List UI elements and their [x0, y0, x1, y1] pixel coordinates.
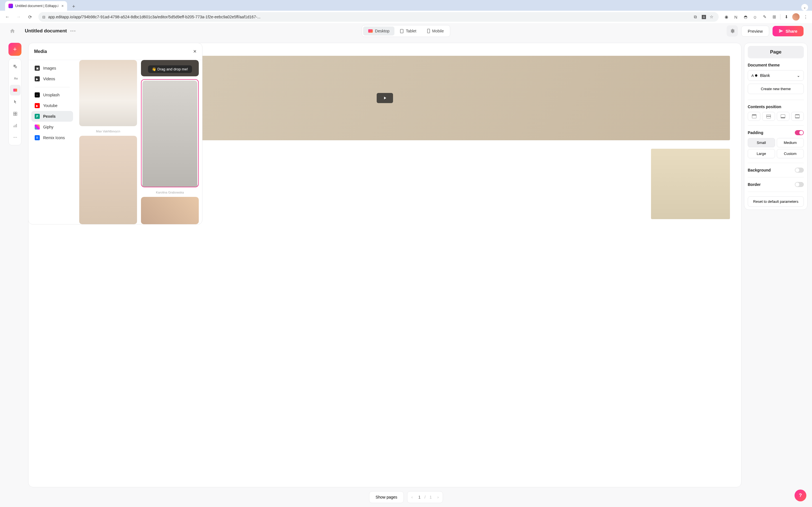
back-button[interactable]: ← — [3, 12, 12, 21]
theme-section-label: Document theme — [748, 63, 804, 67]
browser-tab[interactable]: Untitled document | Editapp.i × — [5, 1, 67, 11]
background-toggle[interactable] — [795, 168, 804, 173]
media-panel-body: ▣ Images ▶ Videos ⏍ Unsplash ▶ — [29, 60, 202, 224]
tool-grid[interactable] — [10, 108, 20, 119]
settings-button[interactable] — [726, 25, 738, 37]
site-settings-icon[interactable]: ⊟ — [42, 15, 45, 19]
address-bar[interactable]: ⊟ app.editapp.io/app/794b98c7-91ad-4798-… — [38, 12, 719, 22]
gallery-image — [79, 136, 137, 224]
ext-wand-icon[interactable]: ✎ — [761, 13, 768, 20]
browser-chrome: Untitled document | Editapp.i × + ⌄ ← → … — [0, 0, 812, 23]
position-center-button[interactable] — [762, 112, 775, 121]
svg-rect-13 — [16, 137, 17, 138]
media-nav: ▣ Images ▶ Videos ⏍ Unsplash ▶ — [29, 60, 76, 224]
prev-page-button[interactable]: ‹ — [410, 495, 414, 499]
media-nav-giphy[interactable]: Giphy — [31, 122, 73, 132]
padding-small-button[interactable]: Small — [748, 138, 775, 147]
padding-large-button[interactable]: Large — [748, 149, 775, 158]
gallery-item-selected[interactable] — [141, 79, 199, 187]
gallery-item[interactable] — [79, 60, 137, 126]
document-title[interactable]: Untitled document — [25, 28, 67, 34]
tabs-dropdown-icon[interactable]: ⌄ — [801, 4, 808, 11]
media-nav-remix[interactable]: R Remix Icons — [31, 132, 73, 143]
preview-button[interactable]: Preview — [741, 25, 769, 37]
tool-text[interactable]: Aa — [10, 73, 20, 83]
device-label: Mobile — [432, 29, 444, 33]
padding-toggle[interactable] — [795, 130, 804, 135]
close-icon[interactable]: × — [193, 48, 197, 55]
close-icon[interactable]: × — [61, 4, 64, 8]
play-button[interactable] — [377, 93, 393, 103]
ext-circle-icon[interactable]: ◉ — [723, 13, 730, 20]
position-stretch-button[interactable] — [791, 112, 804, 121]
media-nav-youtube[interactable]: ▶ Youtube — [31, 100, 73, 111]
background-section: Background — [748, 168, 804, 173]
next-page-button[interactable]: › — [436, 495, 441, 499]
translate-icon[interactable]: 🅰 — [702, 15, 707, 19]
contents-position-label: Contents position — [748, 105, 804, 109]
device-tablet-button[interactable]: Tablet — [395, 26, 421, 36]
tool-layers[interactable] — [10, 61, 20, 72]
padding-medium-button[interactable]: Medium — [777, 138, 804, 147]
padding-section: Padding — [748, 130, 804, 135]
gallery-item[interactable]: 👋 Drag and drop me! — [141, 60, 199, 76]
help-button[interactable]: ? — [795, 490, 806, 501]
new-tab-button[interactable]: + — [70, 3, 78, 11]
drag-tooltip: 👋 Drag and drop me! — [148, 65, 192, 73]
padding-custom-button[interactable]: Custom — [777, 149, 804, 158]
add-button[interactable]: + — [8, 43, 21, 56]
media-panel: Media × ▣ Images ▶ Videos — [28, 43, 202, 224]
right-panel-title: Page — [748, 46, 804, 58]
canvas-image[interactable] — [651, 149, 730, 219]
theme-selector[interactable]: A Blank ⌄ — [748, 70, 804, 81]
remix-icon: R — [35, 135, 40, 140]
left-rail: + Aa — [8, 43, 21, 145]
ext-notion-icon[interactable]: N — [732, 13, 740, 20]
tab-bar: Untitled document | Editapp.i × + ⌄ — [0, 0, 812, 11]
ext-discord-icon[interactable]: ◓ — [742, 13, 749, 20]
tool-more[interactable] — [10, 132, 20, 143]
total-pages: 1 — [429, 495, 432, 499]
downloads-icon[interactable]: ⬇ — [783, 13, 790, 20]
profile-avatar[interactable] — [792, 13, 800, 20]
svg-rect-7 — [15, 114, 17, 115]
address-bar-row: ← → ⟳ ⊟ app.editapp.io/app/794b98c7-91ad… — [0, 11, 812, 23]
pexels-icon: P — [35, 114, 40, 119]
device-mobile-button[interactable]: Mobile — [422, 26, 449, 36]
menu-icon[interactable]: ⋮ — [802, 13, 809, 20]
device-desktop-button[interactable]: Desktop — [363, 26, 395, 36]
show-pages-button[interactable]: Show pages — [369, 491, 404, 503]
media-nav-pexels[interactable]: P Pexels — [31, 111, 73, 122]
tool-cursor[interactable] — [10, 97, 20, 107]
star-icon[interactable]: ☆ — [710, 14, 715, 19]
gallery-item[interactable] — [79, 136, 137, 224]
position-top-button[interactable] — [748, 112, 760, 121]
extensions-icon[interactable]: ⊞ — [770, 13, 778, 20]
media-nav-unsplash[interactable]: ⏍ Unsplash — [31, 90, 73, 100]
position-bottom-button[interactable] — [777, 112, 790, 121]
gallery-item[interactable] — [141, 197, 199, 224]
media-nav-videos[interactable]: ▶ Videos — [31, 73, 73, 84]
media-nav-images[interactable]: ▣ Images — [31, 63, 73, 73]
create-theme-button[interactable]: Create new theme — [748, 83, 804, 94]
document-more-icon[interactable]: ••• — [70, 29, 76, 33]
media-gallery[interactable]: Max Vakhtbovycn 👋 Drag and drop me! Karo… — [76, 60, 202, 224]
tablet-icon — [400, 29, 403, 33]
send-icon — [779, 29, 783, 33]
device-label: Desktop — [375, 29, 389, 33]
ext-smile-icon[interactable]: ☺ — [751, 13, 759, 20]
app-header: Untitled document ••• Desktop Tablet Mob… — [0, 23, 812, 39]
tool-media[interactable] — [10, 85, 20, 96]
forward-button[interactable]: → — [14, 12, 23, 21]
current-page: 1 — [418, 495, 421, 499]
divider — [748, 100, 804, 100]
tool-chart[interactable] — [10, 120, 20, 131]
favicon-icon — [8, 4, 13, 8]
reload-button[interactable]: ⟳ — [26, 12, 35, 21]
video-icon: ▶ — [35, 76, 40, 81]
reset-button[interactable]: Reset to default parameters — [748, 196, 804, 207]
border-toggle[interactable] — [795, 182, 804, 187]
share-button[interactable]: Share — [772, 26, 804, 36]
open-new-icon[interactable]: ⧉ — [694, 14, 699, 19]
home-icon[interactable] — [8, 27, 16, 35]
